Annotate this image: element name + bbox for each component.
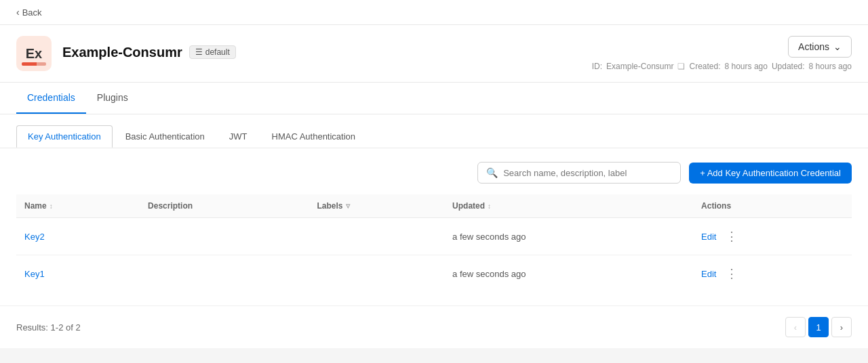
search-add-row: 🔍 + Add Key Authentication Credential xyxy=(16,162,852,184)
filter-icon[interactable]: ▿ xyxy=(346,201,350,211)
updated-label: Updated: xyxy=(772,62,805,71)
avatar-text: Ex xyxy=(26,46,42,62)
sort-icon-name: ↕ xyxy=(50,202,53,210)
badge-label: default xyxy=(205,47,230,57)
credentials-table: Name ↕ Description Labels ▿ xyxy=(16,194,852,292)
key1-edit-button[interactable]: Edit xyxy=(701,269,716,279)
table-header-row: Name ↕ Description Labels ▿ xyxy=(16,194,852,218)
prev-page-button[interactable]: ‹ xyxy=(785,317,806,337)
pagination: ‹ 1 › xyxy=(785,317,852,337)
page-1-button[interactable]: 1 xyxy=(808,317,829,337)
id-value: Example-Consumr xyxy=(606,62,673,71)
row-key2-name: Key2 xyxy=(16,218,140,255)
sub-tabs-bar: Key Authentication Basic Authentication … xyxy=(0,114,868,148)
avatar-bar xyxy=(22,62,46,66)
row-key1-name: Key1 xyxy=(16,255,140,293)
sort-icon-updated: ↕ xyxy=(488,202,491,210)
consumer-name: Example-Consumr xyxy=(62,45,182,60)
next-page-button[interactable]: › xyxy=(831,317,852,337)
back-label: Back xyxy=(22,7,42,18)
row-key1-updated: a few seconds ago xyxy=(444,255,693,293)
row-key1-actions: Edit ⋮ xyxy=(693,255,852,293)
chevron-down-icon: ⌄ xyxy=(833,41,842,52)
col-name[interactable]: Name ↕ xyxy=(16,194,140,218)
sub-tab-basic-auth-label: Basic Authentication xyxy=(125,131,205,142)
tab-credentials[interactable]: Credentials xyxy=(16,83,86,114)
col-labels: Labels ▿ xyxy=(309,194,445,218)
search-input[interactable] xyxy=(503,168,672,178)
sub-tab-jwt-label: JWT xyxy=(229,131,248,142)
row-key2-updated: a few seconds ago xyxy=(444,218,693,255)
col-description: Description xyxy=(140,194,309,218)
row-key1-description xyxy=(140,255,309,293)
sub-tab-hmac[interactable]: HMAC Authentication xyxy=(260,125,368,148)
sub-tab-basic-auth[interactable]: Basic Authentication xyxy=(114,125,216,148)
sub-tab-hmac-label: HMAC Authentication xyxy=(272,131,356,142)
results-label: Results: xyxy=(16,322,48,333)
row-key1-labels xyxy=(309,255,445,293)
updated-value: 8 hours ago xyxy=(809,62,852,71)
next-icon: › xyxy=(840,322,843,333)
add-credential-label: + Add Key Authentication Credential xyxy=(700,168,841,178)
col-updated[interactable]: Updated ↕ xyxy=(444,194,693,218)
table-row: Key1 a few seconds ago Edit ⋮ xyxy=(16,255,852,293)
key2-more-button[interactable]: ⋮ xyxy=(722,228,742,245)
back-arrow-icon: ‹ xyxy=(16,7,20,18)
page-1-label: 1 xyxy=(816,322,821,333)
table-row: Key2 a few seconds ago Edit ⋮ xyxy=(16,218,852,255)
badge-icon: ☰ xyxy=(195,47,203,57)
search-icon: 🔍 xyxy=(486,167,498,178)
tabs-bar: Credentials Plugins xyxy=(0,83,868,114)
col-actions: Actions xyxy=(693,194,852,218)
back-link[interactable]: ‹ Back xyxy=(16,7,852,18)
sub-tab-key-auth[interactable]: Key Authentication xyxy=(16,125,113,148)
header-section: Ex Example-Consumr ☰ default Actions ⌄ I… xyxy=(0,25,868,83)
sub-tab-key-auth-label: Key Authentication xyxy=(28,131,101,142)
consumer-badge[interactable]: ☰ default xyxy=(189,45,236,59)
key1-link[interactable]: Key1 xyxy=(24,269,45,279)
add-credential-button[interactable]: + Add Key Authentication Credential xyxy=(689,163,852,184)
key2-edit-button[interactable]: Edit xyxy=(701,232,716,242)
sub-tab-jwt[interactable]: JWT xyxy=(218,125,259,148)
meta-info: ID: Example-Consumr ❏ Created: 8 hours a… xyxy=(592,62,852,71)
search-wrapper: 🔍 xyxy=(477,162,681,184)
actions-button[interactable]: Actions ⌄ xyxy=(788,36,852,58)
created-value: 8 hours ago xyxy=(725,62,768,71)
table-section: 🔍 + Add Key Authentication Credential Na… xyxy=(0,148,868,305)
tab-plugins-label: Plugins xyxy=(97,92,128,103)
row-key2-actions: Edit ⋮ xyxy=(693,218,852,255)
created-label: Created: xyxy=(689,62,720,71)
copy-icon[interactable]: ❏ xyxy=(677,62,685,71)
top-bar: ‹ Back xyxy=(0,0,868,25)
results-summary: Results: 1-2 of 2 xyxy=(16,322,81,333)
main-tabs: Credentials Plugins Key Authentication B… xyxy=(0,83,868,348)
results-bar: Results: 1-2 of 2 ‹ 1 › xyxy=(0,305,868,348)
key1-more-button[interactable]: ⋮ xyxy=(722,265,742,282)
row-key2-labels xyxy=(309,218,445,255)
key2-link[interactable]: Key2 xyxy=(24,232,45,242)
avatar: Ex xyxy=(16,36,52,71)
tab-plugins[interactable]: Plugins xyxy=(86,83,139,114)
row-key2-description xyxy=(140,218,309,255)
results-count: 1-2 of 2 xyxy=(51,322,81,333)
tab-credentials-label: Credentials xyxy=(27,92,75,103)
prev-icon: ‹ xyxy=(794,322,797,333)
actions-label: Actions xyxy=(798,41,829,52)
id-label: ID: xyxy=(592,62,602,71)
